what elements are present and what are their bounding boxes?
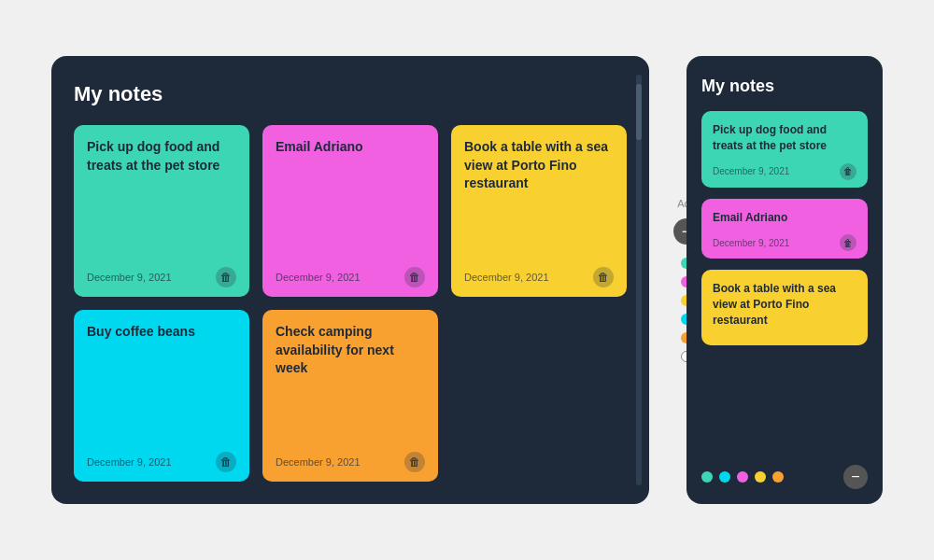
note-date-5: December 9, 2021: [276, 456, 361, 468]
note-date-3: December 9, 2021: [464, 272, 549, 283]
side-note-card-3[interactable]: Book a table with a sea view at Porto Fi…: [701, 270, 868, 344]
side-note-text-1: Pick up dog food and treats at the pet s…: [713, 122, 856, 154]
delete-button-5[interactable]: 🗑: [404, 452, 425, 472]
note-footer-3: December 9, 2021 🗑: [464, 267, 614, 287]
delete-button-4[interactable]: 🗑: [216, 452, 236, 472]
main-panel: My notes Pick up dog food and treats at …: [51, 56, 649, 504]
side-note-footer-1: December 9, 2021 🗑: [713, 163, 856, 180]
main-title: My notes: [74, 82, 627, 106]
note-date-4: December 9, 2021: [87, 456, 172, 468]
note-text-2: Email Adriano: [276, 138, 425, 256]
side-color-dot-pink[interactable]: [737, 471, 748, 483]
side-color-dot-cyan[interactable]: [719, 471, 730, 483]
page-wrapper: My notes Pick up dog food and treats at …: [0, 0, 934, 560]
side-bottom-controls: −: [701, 465, 868, 489]
notes-grid: Pick up dog food and treats at the pet s…: [74, 125, 627, 482]
note-footer-5: December 9, 2021 🗑: [276, 452, 425, 472]
side-panel: My notes Pick up dog food and treats at …: [686, 56, 883, 504]
side-delete-button-1[interactable]: 🗑: [840, 163, 856, 180]
note-text-4: Buy coffee beans: [87, 323, 236, 441]
delete-button-1[interactable]: 🗑: [216, 267, 236, 287]
note-date-1: December 9, 2021: [87, 272, 172, 283]
side-delete-button-2[interactable]: 🗑: [840, 234, 856, 251]
side-note-card-1[interactable]: Pick up dog food and treats at the pet s…: [701, 111, 868, 188]
note-footer-4: December 9, 2021 🗑: [87, 452, 236, 472]
note-card-3[interactable]: Book a table with a sea view at Porto Fi…: [451, 125, 627, 297]
side-note-text-2: Email Adriano: [713, 210, 856, 226]
note-text-1: Pick up dog food and treats at the pet s…: [87, 138, 236, 256]
note-card-5[interactable]: Check camping availability for next week…: [262, 310, 438, 482]
side-color-dot-teal[interactable]: [701, 471, 713, 483]
side-color-dot-yellow[interactable]: [755, 471, 766, 483]
note-date-2: December 9, 2021: [276, 272, 361, 283]
note-text-3: Book a table with a sea view at Porto Fi…: [464, 138, 614, 256]
scrollbar-thumb[interactable]: [636, 84, 642, 140]
delete-button-2[interactable]: 🗑: [404, 267, 425, 287]
delete-button-3[interactable]: 🗑: [593, 267, 614, 287]
side-note-card-2[interactable]: Email Adriano December 9, 2021 🗑: [701, 199, 868, 259]
note-footer-1: December 9, 2021 🗑: [87, 267, 236, 287]
note-text-5: Check camping availability for next week: [276, 323, 425, 441]
note-card-2[interactable]: Email Adriano December 9, 2021 🗑: [262, 125, 438, 297]
side-minus-button[interactable]: −: [843, 465, 868, 489]
side-title: My notes: [701, 77, 868, 96]
scrollbar-track: [636, 75, 642, 485]
note-footer-2: December 9, 2021 🗑: [276, 267, 425, 287]
side-note-date-2: December 9, 2021: [713, 238, 789, 248]
note-card-1[interactable]: Pick up dog food and treats at the pet s…: [74, 125, 249, 297]
note-card-4[interactable]: Buy coffee beans December 9, 2021 🗑: [74, 310, 249, 482]
side-color-dots: [701, 471, 784, 483]
side-note-footer-2: December 9, 2021 🗑: [713, 234, 856, 251]
side-note-text-3: Book a table with a sea view at Porto Fi…: [713, 281, 856, 328]
side-color-dot-orange[interactable]: [772, 471, 784, 483]
side-note-date-1: December 9, 2021: [713, 166, 789, 176]
